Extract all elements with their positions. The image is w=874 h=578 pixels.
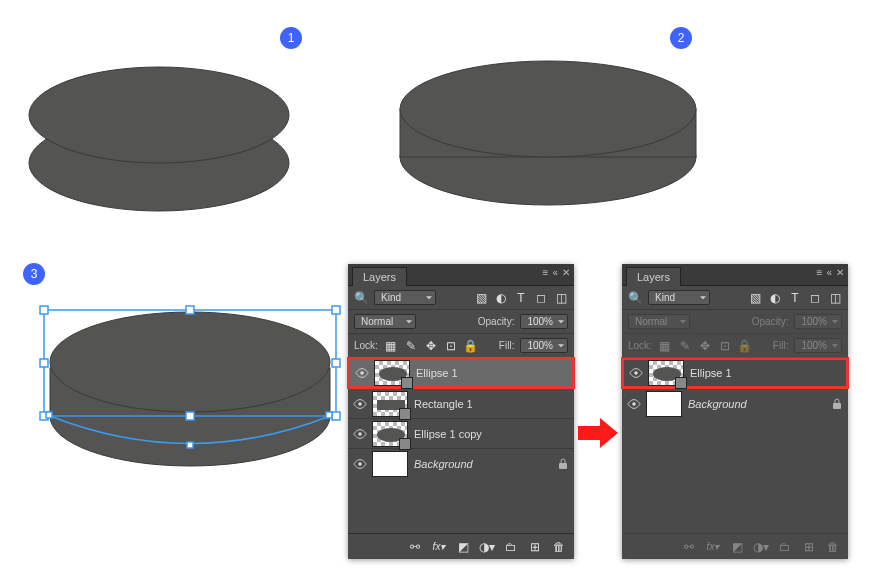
svg-rect-18 <box>187 442 193 448</box>
layer-mask-icon[interactable]: ◩ <box>456 540 470 554</box>
link-layers-icon: ⚯ <box>682 540 696 554</box>
lock-label: Lock: <box>354 340 378 351</box>
layer-name[interactable]: Background <box>688 398 832 410</box>
filter-adjust-icon[interactable]: ◐ <box>494 291 508 305</box>
svg-rect-9 <box>40 306 48 314</box>
fill-label: Fill: <box>499 340 515 351</box>
filter-shape-icon[interactable]: ◻ <box>534 291 548 305</box>
layer-name[interactable]: Ellipse 1 <box>690 367 846 379</box>
arrow-icon <box>578 418 618 448</box>
panel-collapse-icon[interactable]: « <box>826 267 832 278</box>
svg-point-4 <box>400 61 696 157</box>
layer-row-ellipse-1[interactable]: Ellipse 1 <box>348 358 574 388</box>
shape-capsule <box>398 47 698 207</box>
svg-rect-13 <box>332 359 340 367</box>
shape-badge-icon <box>399 408 411 420</box>
svg-rect-12 <box>40 359 48 367</box>
panel-tab-layers[interactable]: Layers <box>352 267 407 286</box>
layer-row-rectangle-1[interactable]: Rectangle 1 <box>348 388 574 418</box>
shape-badge-icon <box>399 438 411 450</box>
visibility-toggle[interactable] <box>624 367 648 379</box>
shape-badge-icon <box>401 377 413 389</box>
lock-position-icon: ✥ <box>698 339 712 353</box>
lock-icon <box>558 458 568 470</box>
panel-menu-icon[interactable]: ≡ <box>817 267 823 278</box>
layer-row-background[interactable]: Background <box>622 388 848 418</box>
svg-rect-24 <box>559 463 567 469</box>
lock-all-icon[interactable]: 🔒 <box>464 339 478 353</box>
visibility-toggle[interactable] <box>348 398 372 410</box>
link-layers-icon[interactable]: ⚯ <box>408 540 422 554</box>
layer-fx-icon: fx▾ <box>706 540 720 554</box>
layers-panel-before: Layers ≡«✕ 🔍 Kind ▧ ◐ T ◻ ◫ Normal Opaci… <box>348 264 574 559</box>
filter-smart-icon[interactable]: ◫ <box>828 291 842 305</box>
visibility-toggle[interactable] <box>348 428 372 440</box>
svg-rect-10 <box>186 306 194 314</box>
svg-point-26 <box>632 402 636 406</box>
layer-thumb <box>646 391 682 417</box>
panel-collapse-icon[interactable]: « <box>552 267 558 278</box>
new-layer-icon: ⊞ <box>802 540 816 554</box>
svg-rect-17 <box>46 412 52 418</box>
svg-point-21 <box>358 402 362 406</box>
adjustment-layer-icon: ◑▾ <box>754 540 768 554</box>
lock-artboard-icon[interactable]: ⊡ <box>444 339 458 353</box>
search-icon: 🔍 <box>628 291 642 305</box>
filter-adjust-icon[interactable]: ◐ <box>768 291 782 305</box>
svg-rect-19 <box>326 412 332 418</box>
lock-pixels-icon: ▦ <box>658 339 672 353</box>
lock-icon <box>832 398 842 410</box>
lock-all-icon: 🔒 <box>738 339 752 353</box>
shape-selected-ellipse[interactable] <box>40 286 340 486</box>
step-badge-1: 1 <box>280 27 302 49</box>
svg-point-20 <box>360 371 364 375</box>
layer-mask-icon: ◩ <box>730 540 744 554</box>
layer-row-ellipse-1[interactable]: Ellipse 1 <box>622 358 848 388</box>
delete-layer-icon: 🗑 <box>826 540 840 554</box>
layer-thumb <box>372 451 408 477</box>
panel-close-icon[interactable]: ✕ <box>836 267 844 278</box>
visibility-toggle[interactable] <box>350 367 374 379</box>
step-badge-3: 3 <box>23 263 45 285</box>
filter-kind-dropdown[interactable]: Kind <box>648 290 710 305</box>
svg-point-7 <box>50 312 330 412</box>
new-layer-icon[interactable]: ⊞ <box>528 540 542 554</box>
filter-kind-dropdown[interactable]: Kind <box>374 290 436 305</box>
adjustment-layer-icon[interactable]: ◑▾ <box>480 540 494 554</box>
lock-artboard-icon: ⊡ <box>718 339 732 353</box>
svg-rect-27 <box>833 403 841 409</box>
panel-tab-layers[interactable]: Layers <box>626 267 681 286</box>
filter-pixel-icon[interactable]: ▧ <box>474 291 488 305</box>
filter-smart-icon[interactable]: ◫ <box>554 291 568 305</box>
filter-type-icon[interactable]: T <box>514 291 528 305</box>
layer-name[interactable]: Rectangle 1 <box>414 398 574 410</box>
layer-name[interactable]: Background <box>414 458 558 470</box>
layer-fx-icon[interactable]: fx▾ <box>432 540 446 554</box>
search-icon: 🔍 <box>354 291 368 305</box>
layer-row-ellipse-1-copy[interactable]: Ellipse 1 copy <box>348 418 574 448</box>
visibility-toggle[interactable] <box>622 398 646 410</box>
layer-row-background[interactable]: Background <box>348 448 574 478</box>
opacity-dropdown: 100% <box>794 314 842 329</box>
layer-name[interactable]: Ellipse 1 copy <box>414 428 574 440</box>
lock-brush-icon: ✎ <box>678 339 692 353</box>
step-badge-2: 2 <box>670 27 692 49</box>
opacity-dropdown[interactable]: 100% <box>520 314 568 329</box>
svg-rect-16 <box>332 412 340 420</box>
blend-mode-dropdown[interactable]: Normal <box>354 314 416 329</box>
svg-point-22 <box>358 432 362 436</box>
delete-layer-icon[interactable]: 🗑 <box>552 540 566 554</box>
fill-dropdown[interactable]: 100% <box>520 338 568 353</box>
new-group-icon[interactable]: 🗀 <box>504 540 518 554</box>
visibility-toggle[interactable] <box>348 458 372 470</box>
lock-position-icon[interactable]: ✥ <box>424 339 438 353</box>
filter-type-icon[interactable]: T <box>788 291 802 305</box>
filter-pixel-icon[interactable]: ▧ <box>748 291 762 305</box>
panel-close-icon[interactable]: ✕ <box>562 267 570 278</box>
lock-pixels-icon[interactable]: ▦ <box>384 339 398 353</box>
lock-brush-icon[interactable]: ✎ <box>404 339 418 353</box>
layer-name[interactable]: Ellipse 1 <box>416 367 572 379</box>
panel-menu-icon[interactable]: ≡ <box>543 267 549 278</box>
filter-shape-icon[interactable]: ◻ <box>808 291 822 305</box>
svg-rect-15 <box>186 412 194 420</box>
